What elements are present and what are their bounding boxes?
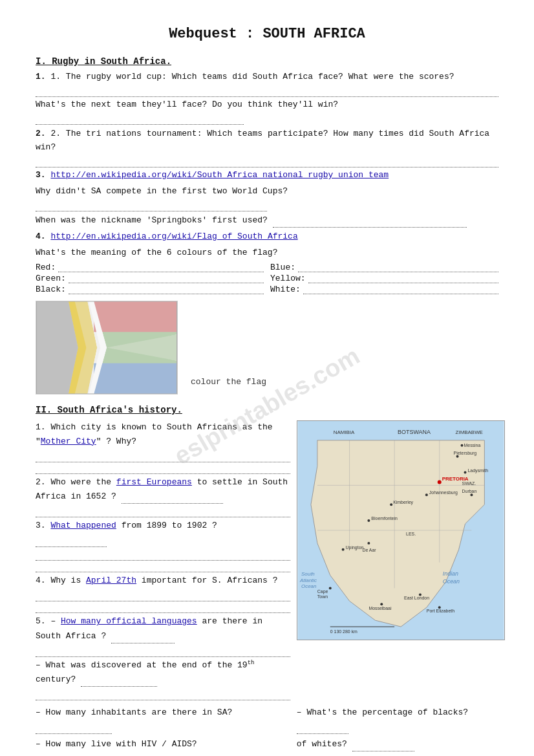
svg-text:Messina: Messina bbox=[464, 443, 480, 448]
svg-point-28 bbox=[367, 519, 370, 522]
svg-text:Cape: Cape bbox=[317, 589, 328, 594]
hist-q6b: – How many live with HIV / AIDS? bbox=[36, 737, 290, 756]
history-right: NAMIBIA BOTSWANA ZIMBABWE PRETORIA Johan… bbox=[297, 420, 505, 702]
hist-ans-3b bbox=[36, 562, 290, 572]
yellow-dots bbox=[308, 274, 498, 283]
hist-q6a: – How many inhabitants are there in SA? bbox=[36, 706, 290, 734]
hist-q7a: – What's the percentage of blacks? bbox=[297, 706, 505, 734]
svg-text:NAMIBIA: NAMIBIA bbox=[334, 429, 355, 435]
white-row: White: bbox=[270, 285, 498, 294]
q1: 1. 1. The rugby world cup: Which teams d… bbox=[36, 70, 498, 84]
green-label: Green: bbox=[36, 274, 66, 283]
black-row: Black: bbox=[36, 285, 264, 294]
red-label: Red: bbox=[36, 263, 56, 272]
svg-point-45 bbox=[464, 471, 466, 473]
green-dots bbox=[69, 274, 264, 283]
colour-flag-label: colour the flag bbox=[191, 376, 498, 393]
section1-title: I. Rugby in South Africa. bbox=[36, 56, 498, 67]
hist-ans-4a bbox=[36, 591, 290, 601]
q4: What's the meaning of the 6 colours of t… bbox=[36, 246, 498, 260]
svg-text:Town: Town bbox=[317, 594, 328, 599]
what-happened-link[interactable]: What happened bbox=[50, 521, 116, 530]
section-history: II. South Africa's history. 1. Which cit… bbox=[36, 405, 498, 756]
q2: 2. 2. The tri nations tournament: Which … bbox=[36, 127, 498, 155]
official-languages-link[interactable]: How many official languages bbox=[61, 616, 197, 626]
colours-grid: Red: Blue: Green: Yellow: Black: White: bbox=[36, 263, 498, 294]
svg-text:Upington: Upington bbox=[345, 545, 363, 550]
white-dots bbox=[303, 285, 498, 294]
svg-text:ZIMBABWE: ZIMBABWE bbox=[455, 429, 482, 435]
flag-section: colour the flag bbox=[36, 301, 498, 394]
svg-point-34 bbox=[367, 542, 370, 545]
svg-text:Ladysmith: Ladysmith bbox=[467, 468, 488, 473]
svg-text:0  130 280 km: 0 130 280 km bbox=[330, 629, 358, 634]
hist-q5b: – What was discovered at the end of the … bbox=[36, 658, 290, 687]
section2-title: II. South Africa's history. bbox=[36, 405, 498, 415]
svg-text:Mosselbaai: Mosselbaai bbox=[368, 606, 392, 610]
green-row: Green: bbox=[36, 274, 264, 283]
q3b: When was the nickname 'Springboks' first… bbox=[36, 214, 498, 228]
svg-text:Ocean: Ocean bbox=[443, 578, 460, 584]
hist-q1: 1. Which city is known to South Africans… bbox=[36, 420, 290, 449]
svg-text:Port Elizabeth: Port Elizabeth bbox=[427, 609, 454, 613]
section-rugby: I. Rugby in South Africa. 1. 1. The rugb… bbox=[36, 56, 498, 394]
svg-point-30 bbox=[390, 503, 392, 506]
svg-text:Bloemfontein: Bloemfontein bbox=[371, 516, 398, 521]
hist-q4: 4. Why is April 27th important for S. Af… bbox=[36, 574, 290, 588]
svg-point-55 bbox=[380, 603, 383, 605]
yellow-label: Yellow: bbox=[270, 274, 306, 283]
svg-point-57 bbox=[460, 444, 463, 447]
blue-label: Blue: bbox=[270, 263, 295, 272]
hist-q7b: of whites? bbox=[297, 737, 505, 751]
svg-point-24 bbox=[438, 480, 442, 484]
answer-line-1a bbox=[36, 87, 498, 97]
answer-line-2a bbox=[36, 157, 498, 167]
april27-link[interactable]: April 27th bbox=[86, 576, 136, 585]
hist-ans-2 bbox=[36, 507, 290, 517]
svg-point-59 bbox=[456, 455, 458, 457]
svg-text:Indian: Indian bbox=[443, 570, 458, 576]
svg-text:Ocean: Ocean bbox=[301, 583, 317, 589]
black-label: Black: bbox=[36, 285, 66, 294]
map-container: NAMIBIA BOTSWANA ZIMBABWE PRETORIA Johan… bbox=[297, 420, 505, 640]
svg-text:SWAZ.: SWAZ. bbox=[462, 481, 476, 486]
page-title: Webquest : SOUTH AFRICA bbox=[36, 26, 498, 42]
hist-q2: 2. Who were the first Europeans to settl… bbox=[36, 475, 290, 504]
svg-text:Pietersburg: Pietersburg bbox=[453, 450, 476, 455]
svg-rect-9 bbox=[94, 363, 176, 393]
blue-dots bbox=[298, 263, 498, 272]
q4-link: 4. http://en.wikipedia.org/wiki/Flag_of_… bbox=[36, 230, 498, 244]
q4-url[interactable]: http://en.wikipedia.org/wiki/Flag_of_Sou… bbox=[50, 232, 297, 241]
q3a: Why didn't SA compete in the first two W… bbox=[36, 185, 498, 212]
q3-link: 3. http://en.wikipedia.org/wiki/South_Af… bbox=[36, 169, 498, 182]
first-europeans-link[interactable]: first Europeans bbox=[116, 477, 192, 487]
flag-container bbox=[36, 301, 178, 394]
svg-text:Durban: Durban bbox=[462, 489, 476, 493]
q3-url[interactable]: http://en.wikipedia.org/wiki/South_Afric… bbox=[50, 170, 389, 180]
white-label: White: bbox=[270, 285, 301, 294]
svg-text:De Aar: De Aar bbox=[362, 548, 376, 552]
hist-q5: 5. – How many official languages are the… bbox=[36, 614, 290, 643]
svg-point-43 bbox=[470, 493, 473, 496]
map-svg: NAMIBIA BOTSWANA ZIMBABWE PRETORIA Johan… bbox=[297, 421, 504, 640]
svg-text:Johannesburg: Johannesburg bbox=[429, 490, 458, 495]
history-grid: 1. Which city is known to South Africans… bbox=[36, 420, 498, 702]
history-left: 1. Which city is known to South Africans… bbox=[36, 420, 290, 702]
svg-text:BOTSWANA: BOTSWANA bbox=[398, 429, 431, 435]
svg-text:East London: East London bbox=[404, 596, 429, 600]
svg-point-32 bbox=[341, 548, 344, 551]
bottom-left: – How many inhabitants are there in SA? … bbox=[36, 706, 290, 756]
hist-ans-4b bbox=[36, 603, 290, 613]
hist-ans-1a bbox=[36, 452, 290, 462]
red-dots bbox=[58, 263, 264, 272]
svg-text:South: South bbox=[301, 570, 315, 576]
svg-point-26 bbox=[425, 493, 428, 496]
hist-ans-3a bbox=[36, 550, 290, 561]
mother-city-link[interactable]: Mother City bbox=[41, 437, 96, 446]
blue-row: Blue: bbox=[270, 263, 498, 272]
svg-rect-8 bbox=[94, 301, 176, 332]
hist-ans-1b bbox=[36, 464, 290, 474]
svg-text:Atlantic: Atlantic bbox=[299, 577, 317, 583]
red-row: Red: bbox=[36, 263, 264, 272]
svg-point-36 bbox=[329, 587, 332, 589]
